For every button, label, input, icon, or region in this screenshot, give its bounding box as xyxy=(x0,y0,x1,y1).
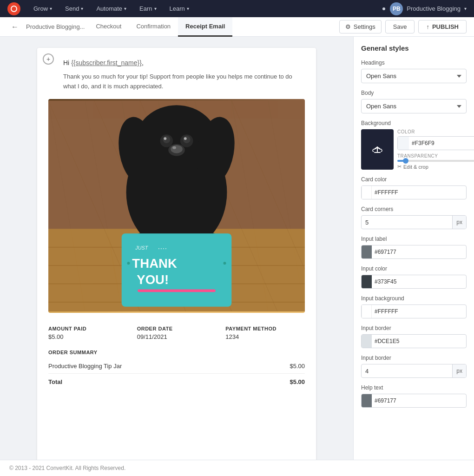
input-bg-color-input xyxy=(361,304,467,318)
bg-color-swatch[interactable] xyxy=(398,137,409,150)
background-section: Background COLOR xyxy=(361,120,467,170)
headings-font-select[interactable]: Open Sans xyxy=(361,69,467,83)
bg-color-hex-input[interactable] xyxy=(409,138,474,148)
body-font-select[interactable]: Open Sans xyxy=(361,99,467,113)
input-label-section: Input label xyxy=(361,236,467,259)
chevron-down-icon: ▾ xyxy=(154,6,157,11)
help-text-section: Help text xyxy=(361,384,467,408)
headings-section: Headings Open Sans xyxy=(361,60,467,83)
input-border2-input: px xyxy=(361,364,467,378)
chevron-down-icon: ▾ xyxy=(50,6,52,11)
footer-text: © 2013 - 2021 ConvertKit. All Rights Res… xyxy=(9,465,125,471)
svg-point-24 xyxy=(184,137,187,140)
bg-color-section: COLOR TRANSPARENCY 7% ✂ Edit xyxy=(397,129,474,170)
input-background-section: Input background xyxy=(361,295,467,318)
input-label-hex-input[interactable] xyxy=(372,247,466,257)
order-total: Total $5.00 xyxy=(48,374,305,390)
input-bg-label: Input background xyxy=(361,295,467,302)
add-block-button[interactable]: + xyxy=(43,53,54,65)
nav-item-learn[interactable]: Learn ▾ xyxy=(164,0,195,17)
bg-row: COLOR TRANSPARENCY 7% ✂ Edit xyxy=(361,129,467,170)
crop-icon: ✂ xyxy=(397,164,402,170)
order-detail-payment: PAYMENT METHOD 1234 xyxy=(225,326,305,340)
body-section: Body Open Sans xyxy=(361,90,467,113)
card-corners-value-input[interactable] xyxy=(362,217,452,228)
input-border-hex-input[interactable] xyxy=(372,336,466,346)
subscriber-firstname-tag: {{subscriber.first_name}} xyxy=(71,59,142,66)
input-color-swatch[interactable] xyxy=(362,275,372,289)
input-border-color-input xyxy=(361,334,467,348)
input-border2-value-input[interactable] xyxy=(362,366,452,377)
center-area: + Hi {{subscriber.first_name}}, Thank yo… xyxy=(0,37,353,476)
chevron-down-icon: ▾ xyxy=(81,6,83,11)
thank-you-svg: JUST • • • • THANK YOU! xyxy=(48,99,305,313)
input-border-label: Input border xyxy=(361,325,467,331)
input-border-section: Input border xyxy=(361,325,467,348)
input-bg-swatch[interactable] xyxy=(362,304,372,318)
svg-point-26 xyxy=(171,145,183,153)
panel-title: General styles xyxy=(361,44,467,52)
order-details: AMOUNT PAID $5.00 ORDER DATE 09/11/2021 … xyxy=(48,322,305,340)
svg-point-21 xyxy=(163,136,170,143)
tab-confirmation[interactable]: Confirmation xyxy=(129,17,178,37)
nav-item-send[interactable]: Send ▾ xyxy=(59,0,89,17)
user-name[interactable]: Productive Blogging xyxy=(407,5,461,12)
upload-cloud-icon xyxy=(372,145,383,154)
input-label-swatch[interactable] xyxy=(362,245,372,259)
breadcrumb: Productive Blogging... xyxy=(22,23,88,30)
right-panel: General styles Headings Open Sans Body O… xyxy=(353,37,474,476)
nav-item-grow[interactable]: Grow ▾ xyxy=(28,0,58,17)
transparency-slider[interactable] xyxy=(397,160,474,162)
settings-button[interactable]: ⚙ Settings xyxy=(339,20,382,33)
settings-icon: ⚙ xyxy=(345,23,351,30)
subnav-left: ← Productive Blogging... Checkout Confir… xyxy=(7,17,232,37)
input-color-hex-input[interactable] xyxy=(372,277,466,287)
input-bg-hex-input[interactable] xyxy=(372,306,466,317)
svg-text:YOU!: YOU! xyxy=(137,272,169,286)
logo[interactable] xyxy=(7,2,20,15)
logo-icon xyxy=(11,6,17,12)
edit-crop-button[interactable]: ✂ Edit & crop xyxy=(397,164,474,170)
input-border2-label: Input border xyxy=(361,355,467,361)
bg-color-input xyxy=(397,136,474,150)
chevron-down-icon: ▾ xyxy=(124,6,126,11)
sub-nav: ← Productive Blogging... Checkout Confir… xyxy=(0,17,474,37)
publish-icon: ↑ xyxy=(426,23,429,30)
svg-point-27 xyxy=(172,146,176,149)
input-color-section: Input color xyxy=(361,265,467,289)
svg-point-37 xyxy=(224,262,226,264)
order-summary: ORDER SUMMARY Productive Blogging Tip Ja… xyxy=(48,350,305,390)
nav-item-automate[interactable]: Automate ▾ xyxy=(91,0,132,17)
top-nav: Grow ▾ Send ▾ Automate ▾ Earn ▾ Learn ▾ … xyxy=(0,0,474,17)
save-button[interactable]: Save xyxy=(385,20,415,33)
svg-point-22 xyxy=(183,136,191,143)
publish-button[interactable]: ↑ PUBLISH xyxy=(418,20,467,33)
nav-left: Grow ▾ Send ▾ Automate ▾ Earn ▾ Learn ▾ xyxy=(7,0,195,17)
input-label-label: Input label xyxy=(361,236,467,242)
page-footer: © 2013 - 2021 ConvertKit. All Rights Res… xyxy=(0,460,474,476)
back-button[interactable]: ← xyxy=(7,23,22,31)
tab-checkout[interactable]: Checkout xyxy=(88,17,129,37)
svg-rect-35 xyxy=(138,289,216,292)
email-body: Thank you so much for your tip! Support … xyxy=(63,72,305,92)
avatar: PB xyxy=(390,2,403,15)
nav-item-earn[interactable]: Earn ▾ xyxy=(134,0,162,17)
main-layout: + Hi {{subscriber.first_name}}, Thank yo… xyxy=(0,37,474,476)
tab-receipt-email[interactable]: Receipt Email xyxy=(178,17,232,37)
help-text-label: Help text xyxy=(361,384,467,391)
card-color-swatch[interactable] xyxy=(362,185,372,199)
help-text-color-input xyxy=(361,394,467,408)
svg-point-23 xyxy=(164,137,166,140)
bg-image-upload[interactable] xyxy=(361,129,394,170)
card-color-section: Card color xyxy=(361,176,467,199)
order-line-item: Productive Blogging Tip Jar $5.00 xyxy=(48,359,305,374)
svg-text:THANK: THANK xyxy=(132,256,177,271)
input-color-input xyxy=(361,275,467,289)
help-text-swatch[interactable] xyxy=(362,394,372,408)
body-font-label: Body xyxy=(361,90,467,96)
input-border-swatch[interactable] xyxy=(362,334,372,348)
card-corners-label: Card corners xyxy=(361,206,467,212)
help-text-hex-input[interactable] xyxy=(372,396,466,406)
svg-text:• • • •: • • • • xyxy=(158,246,167,250)
card-color-hex-input[interactable] xyxy=(372,187,466,198)
